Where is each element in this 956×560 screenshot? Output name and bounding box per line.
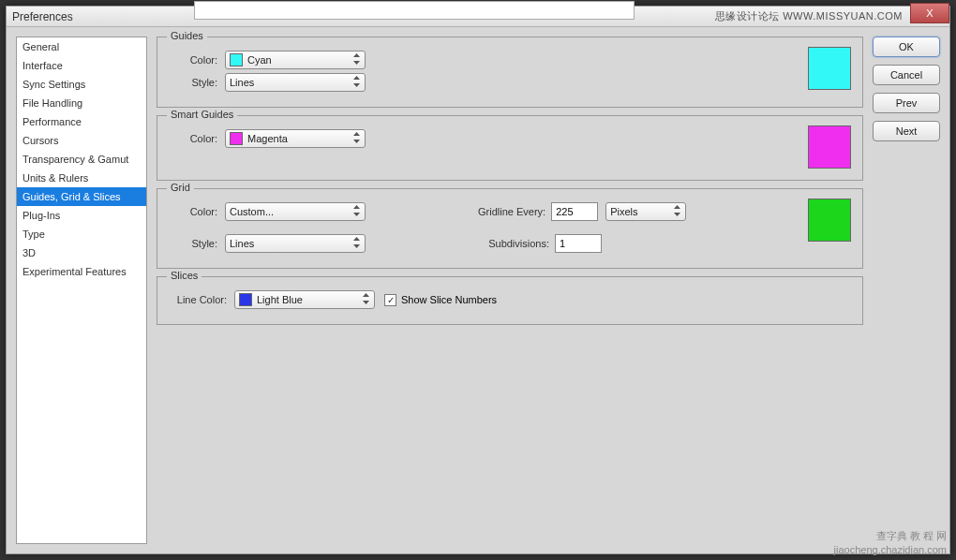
grid-preview-swatch[interactable] [808,199,851,242]
guides-style-label: Style: [169,77,225,88]
main-panel: Guides Color: Cyan Style: [157,37,863,544]
checkbox-icon: ✓ [384,294,396,306]
chevron-updown-icon [363,293,369,304]
sidebar-item-file-handling[interactable]: File Handling [17,94,146,112]
slices-linecolor-dropdown[interactable]: Light Blue [234,290,375,309]
sidebar-item-interface[interactable]: Interface [17,56,146,75]
sidebar: General Interface Sync Settings File Han… [16,37,147,544]
brand-bottom: 查字典 教 程 网 jiaocheng.chazidian.com [834,529,947,556]
chevron-updown-icon [353,132,360,143]
sidebar-item-type[interactable]: Type [17,225,146,243]
sidebar-item-guides-grid-slices[interactable]: Guides, Grid & Slices [17,187,146,206]
slices-linecolor-value: Light Blue [257,294,303,305]
show-slice-numbers-label: Show Slice Numbers [401,294,497,305]
prev-button[interactable]: Prev [873,93,940,113]
right-buttons: OK Cancel Prev Next [873,37,940,544]
slices-linecolor-swatch [239,293,252,306]
sidebar-item-transparency-gamut[interactable]: Transparency & Gamut [17,150,146,169]
guides-style-value: Lines [230,77,254,88]
slices-legend: Slices [167,270,202,281]
guides-preview-swatch[interactable] [808,47,851,90]
smart-guides-color-swatch [230,132,243,145]
gridline-every-label: Gridline Every: [478,206,551,217]
sidebar-item-plugins[interactable]: Plug-Ins [17,206,146,225]
smart-guides-color-dropdown[interactable]: Magenta [225,129,366,148]
grid-style-dropdown[interactable]: Lines [225,234,366,253]
smart-guides-group: Smart Guides Color: Magenta [157,115,863,181]
guides-color-dropdown[interactable]: Cyan [225,51,366,69]
guides-style-dropdown[interactable]: Lines [225,73,366,92]
gridline-unit-value: Pixels [610,206,637,217]
slices-group: Slices Line Color: Light Blue ✓ Show Sli… [157,276,863,325]
ok-button[interactable]: OK [873,37,940,57]
titlebar: Preferences 思缘设计论坛 WWW.MISSYUAN.COM X [7,7,949,27]
cancel-button[interactable]: Cancel [873,65,940,85]
slices-linecolor-label: Line Color: [169,294,234,305]
tab-placeholder [194,1,635,20]
gridline-unit-dropdown[interactable]: Pixels [605,202,686,221]
brand-top: 思缘设计论坛 WWW.MISSYUAN.COM [715,9,903,23]
smart-guides-color-label: Color: [169,133,225,144]
grid-color-dropdown[interactable]: Custom... [225,202,366,221]
smart-guides-preview-swatch[interactable] [808,125,851,169]
sidebar-item-sync-settings[interactable]: Sync Settings [17,75,146,94]
window-title: Preferences [12,10,73,23]
grid-color-label: Color: [169,206,225,217]
grid-style-label: Style: [169,238,225,249]
guides-legend: Guides [167,30,207,41]
close-icon: X [926,7,933,19]
grid-legend: Grid [167,182,194,193]
chevron-updown-icon [674,205,680,216]
guides-group: Guides Color: Cyan Style: [157,37,863,108]
sidebar-item-general[interactable]: General [17,37,146,56]
chevron-updown-icon [353,53,360,65]
content-area: General Interface Sync Settings File Han… [7,27,949,553]
show-slice-numbers-checkbox[interactable]: ✓ Show Slice Numbers [384,294,497,306]
smart-guides-color-value: Magenta [247,133,288,144]
next-button[interactable]: Next [873,121,940,141]
grid-color-value: Custom... [230,206,274,217]
guides-color-value: Cyan [247,54,272,66]
chevron-updown-icon [353,205,360,216]
subdivisions-label: Subdivisions: [478,238,555,249]
guides-color-label: Color: [169,54,225,66]
grid-style-value: Lines [230,238,254,249]
chevron-updown-icon [353,237,360,248]
grid-group: Grid Color: Custom... [157,188,863,269]
sidebar-item-units-rulers[interactable]: Units & Rulers [17,169,146,187]
guides-color-swatch [230,53,243,66]
sidebar-item-3d[interactable]: 3D [17,243,146,262]
gridline-every-input[interactable] [551,202,598,221]
sidebar-item-cursors[interactable]: Cursors [17,131,146,150]
chevron-updown-icon [353,76,360,87]
smart-guides-legend: Smart Guides [167,109,237,120]
sidebar-item-experimental[interactable]: Experimental Features [17,262,146,281]
subdivisions-input[interactable] [555,234,602,253]
close-button[interactable]: X [910,3,949,23]
preferences-window: Preferences 思缘设计论坛 WWW.MISSYUAN.COM X Ge… [6,6,950,554]
sidebar-item-performance[interactable]: Performance [17,112,146,131]
